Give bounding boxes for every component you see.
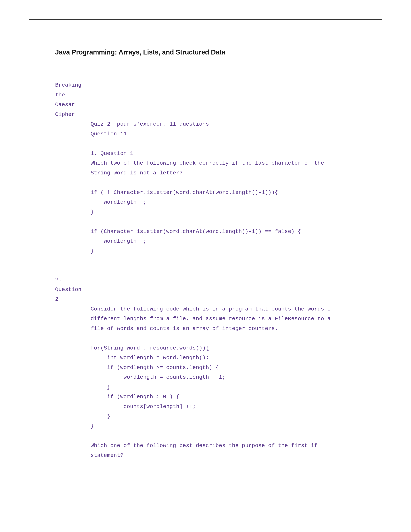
page-title: Java Programming: Arrays, Lists, and Str…: [55, 48, 356, 56]
document-content: Java Programming: Arrays, Lists, and Str…: [55, 48, 356, 460]
section-body-1: Quiz 2 pour s'exercer, 11 questions Ques…: [91, 80, 356, 256]
section-label-1: Breaking the Caesar Cipher: [55, 80, 91, 119]
spacer: [55, 256, 356, 266]
section-breaking-cipher: Breaking the Caesar Cipher Quiz 2 pour s…: [55, 80, 356, 256]
section-body-2: Consider the following code which is in …: [91, 275, 356, 460]
spacer: [55, 266, 356, 275]
horizontal-rule: [29, 19, 382, 20]
section-label-2: 2. Question 2: [55, 275, 91, 304]
section-question-2: 2. Question 2 Consider the following cod…: [55, 275, 356, 460]
